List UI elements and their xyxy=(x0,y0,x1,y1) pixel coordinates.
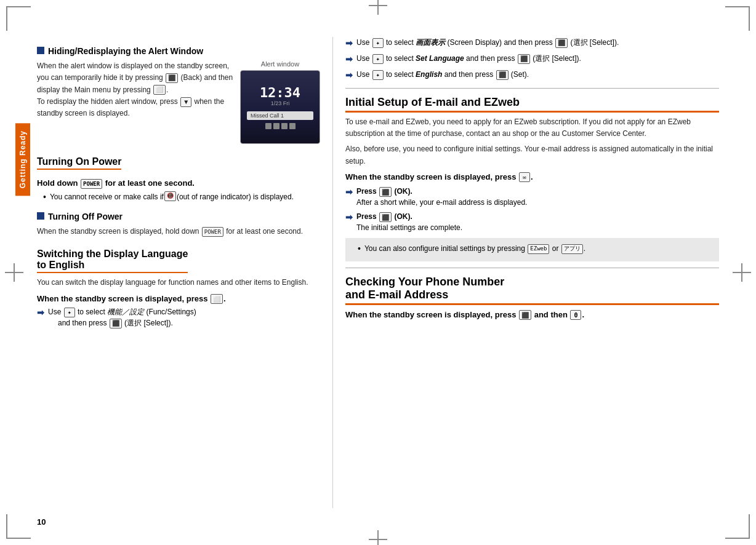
switching-arrow1-cont: and then press ⬛ (選択 [Select]). xyxy=(58,319,173,327)
phone-icon-3 xyxy=(281,123,288,129)
right-column: ➡ Use ✦ to select 画面表示 (Screen Display) … xyxy=(332,37,719,508)
switching-when-standby: When the standby screen is displayed, pr… xyxy=(37,294,320,304)
corner-decoration-bl xyxy=(6,514,31,539)
switching-arrow4: ➡ Use ✦ to select English and then press… xyxy=(345,69,719,82)
phone-date: 1/23 Fri xyxy=(271,100,290,106)
set-key-4: ⬛ xyxy=(496,70,509,80)
turning-off-section: Turning Off Power When the standby scree… xyxy=(37,211,320,237)
checking-title: Checking Your Phone Number and E-mail Ad… xyxy=(345,276,719,305)
turning-off-title: Turning Off Power xyxy=(48,211,123,222)
turning-on-section: Turning On Power Hold down POWER for at … xyxy=(37,150,320,202)
section-divider-1 xyxy=(345,88,719,89)
initial-when-standby: When the standby screen is displayed, pr… xyxy=(345,172,719,183)
turning-on-hold-label: Hold down POWER for at least one second. xyxy=(37,178,320,189)
bullet-dot: • xyxy=(43,191,46,202)
nav-key-4: ✦ xyxy=(372,70,384,80)
page-content: Hiding/Redisplaying the Alert Window Ale… xyxy=(37,37,719,508)
switching-arrow3: ➡ Use ✦ to select Set Language and then … xyxy=(345,53,719,66)
turning-off-body: When the standby screen is displayed, ho… xyxy=(37,226,320,237)
back-key-icon: ⬛ xyxy=(166,73,178,83)
turning-off-heading: Turning Off Power xyxy=(37,211,320,222)
checking-section: Checking Your Phone Number and E-mail Ad… xyxy=(345,276,719,320)
ok-key-1: ⬛ xyxy=(379,187,392,197)
arrow-sym-3: ➡ xyxy=(345,53,353,66)
out-of-range-icon: 📵 xyxy=(164,191,176,201)
hiding-title: Hiding/Redisplaying the Alert Window xyxy=(48,46,203,57)
hiding-section-heading: Hiding/Redisplaying the Alert Window xyxy=(37,46,320,57)
phone-icons-row xyxy=(265,123,296,129)
phone-icon-4 xyxy=(289,123,296,129)
corner-decoration-tr xyxy=(725,6,750,31)
power-key-icon: POWER xyxy=(81,179,102,189)
phone-time: 12:34 xyxy=(260,85,300,100)
cross-top xyxy=(369,5,387,6)
menu-key-check: ⬛ xyxy=(519,310,531,320)
menu-key-icon: ⬜ xyxy=(153,85,166,95)
switching-section: Switching the Display Language to Englis… xyxy=(37,242,320,328)
initial-setup-section: Initial Setup of E-mail and EZweb To use… xyxy=(345,96,719,261)
turning-on-bullet: • You cannot receive or make calls if 📵 … xyxy=(43,191,320,202)
getting-ready-tab: Getting Ready xyxy=(15,123,30,196)
switching-jp-2: 画面表示 xyxy=(416,38,445,47)
nav-key-1: ✦ xyxy=(64,308,75,317)
initial-press2: ➡ Press ⬛ (OK). The initial settings are… xyxy=(345,211,719,233)
phone-missed-call: Missed Call 1 xyxy=(247,111,313,120)
initial-setup-title: Initial Setup of E-mail and EZweb xyxy=(345,96,719,113)
corner-decoration-tl xyxy=(6,6,31,31)
blue-bullet-off xyxy=(37,212,44,220)
cross-right xyxy=(733,272,751,273)
initial-setup-body1: To use e-mail and EZweb, you need to app… xyxy=(345,116,719,140)
switching-arrows-right: ➡ Use ✦ to select 画面表示 (Screen Display) … xyxy=(345,37,719,82)
arrow-initial-2: ➡ xyxy=(345,211,353,224)
alert-window-image: 12:34 1/23 Fri Missed Call 1 xyxy=(240,70,320,144)
switching-arrow1: ➡ Use ✦ to select 機能／設定 (Func/Settings) … xyxy=(37,306,320,328)
select-key-2: ⬛ xyxy=(555,38,568,48)
alert-window-container: Alert window 12:34 1/23 Fri Missed Call … xyxy=(240,60,320,144)
phone-screen: 12:34 1/23 Fri Missed Call 1 xyxy=(241,71,320,143)
arrow-sym-4: ➡ xyxy=(345,69,353,82)
zero-key-check: 0 xyxy=(570,310,581,320)
down-key-icon: ▼ xyxy=(180,97,191,107)
initial-press1: ➡ Press ⬛ (OK). After a short while, you… xyxy=(345,186,719,208)
email-key-icon: ✉ xyxy=(519,172,530,182)
switching-arrow2: ➡ Use ✦ to select 画面表示 (Screen Display) … xyxy=(345,37,719,50)
section-divider-2 xyxy=(345,268,719,268)
turning-on-title: Turning On Power xyxy=(37,156,121,170)
menu-key-sw-icon: ⬜ xyxy=(211,294,223,304)
alert-window-label: Alert window xyxy=(240,60,320,68)
blue-bullet-hiding xyxy=(37,47,44,54)
arrow-sym-1: ➡ xyxy=(37,306,44,319)
initial-note-box: • You can also configure initial setting… xyxy=(345,238,719,261)
app-key-icon: アプリ xyxy=(561,244,583,254)
phone-icon-2 xyxy=(273,123,279,129)
nav-key-2: ✦ xyxy=(372,38,384,48)
switching-title: Switching the Display Language to Englis… xyxy=(37,249,188,273)
checking-when-standby: When the standby screen is displayed, pr… xyxy=(345,310,719,320)
cross-bottom xyxy=(369,539,387,540)
note-bullet: • You can also configure initial setting… xyxy=(358,243,713,254)
ezweb-key-icon: EZweb xyxy=(528,244,549,254)
cross-left xyxy=(5,272,23,273)
note-bullet-dot: • xyxy=(358,243,361,254)
phone-icon-1 xyxy=(265,123,271,129)
arrow-initial-1: ➡ xyxy=(345,186,353,199)
page-number: 10 xyxy=(37,517,46,527)
switching-italic-3: Set Language xyxy=(416,54,464,63)
switching-jp-1: 機能／設定 xyxy=(107,308,144,316)
switching-italic-4: English xyxy=(416,70,442,79)
initial-setup-body2: Also, before use, you need to configure … xyxy=(345,143,719,167)
select-key-1: ⬛ xyxy=(110,319,122,328)
arrow-sym-2: ➡ xyxy=(345,37,353,50)
power-key-off-icon: POWER xyxy=(202,227,223,237)
left-column: Hiding/Redisplaying the Alert Window Ale… xyxy=(37,37,332,508)
hiding-body-area: Alert window 12:34 1/23 Fri Missed Call … xyxy=(37,60,320,150)
select-key-3: ⬛ xyxy=(518,54,530,64)
ok-key-2: ⬛ xyxy=(379,212,392,222)
corner-decoration-br xyxy=(725,514,750,539)
nav-key-3: ✦ xyxy=(372,54,384,64)
switching-body: You can switch the display language for … xyxy=(37,277,320,288)
